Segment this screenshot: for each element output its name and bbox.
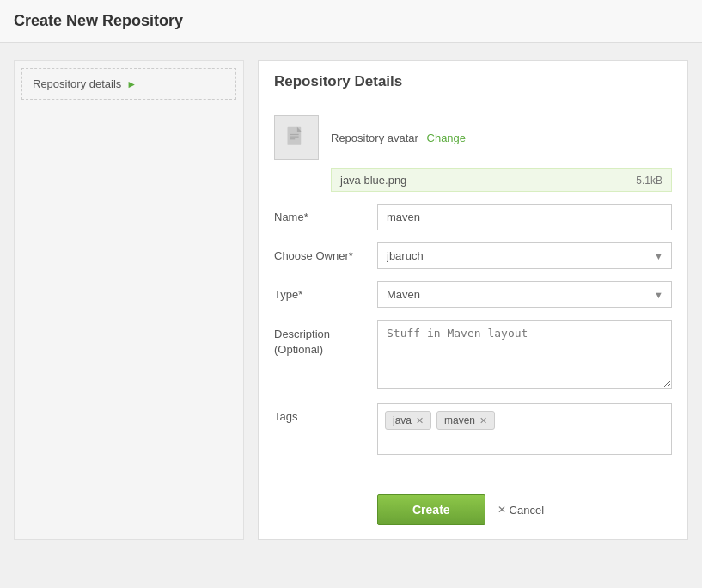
avatar-file-size: 5.1kB [636,175,662,187]
cancel-button[interactable]: ✕ Cancel [498,504,544,517]
owner-select[interactable]: jbaruch [377,242,672,269]
sidebar-item-label: Repository details [33,77,121,90]
type-select[interactable]: Maven [377,281,672,308]
type-control: Maven ▼ [377,281,672,308]
owner-label: Choose Owner* [274,242,377,262]
sidebar: Repository details ► [14,60,244,540]
cancel-label: Cancel [510,504,544,517]
section-title: Repository Details [259,61,687,101]
page-title: Create New Repository [14,12,688,30]
name-label: Name* [274,204,377,224]
tags-control: java ✕ maven ✕ [377,403,672,455]
avatar-file-name: java blue.png [340,174,406,187]
avatar-change-link[interactable]: Change [427,132,467,144]
avatar-placeholder [274,115,319,160]
tag-maven: maven ✕ [436,411,495,430]
description-row: Description (Optional) [274,320,672,391]
cancel-x-icon: ✕ [498,504,506,516]
owner-row: Choose Owner* jbaruch ▼ [274,242,672,269]
avatar-label: Repository avatar [331,132,418,144]
tag-java: java ✕ [385,411,431,430]
chevron-right-icon: ► [126,78,137,90]
description-textarea[interactable] [377,320,672,389]
sidebar-item-repository-details[interactable]: Repository details ► [21,68,236,100]
avatar-info: Repository avatar Change [331,132,466,144]
tag-maven-remove[interactable]: ✕ [479,415,487,426]
tag-java-text: java [393,414,412,426]
name-control [377,204,672,230]
tag-java-remove[interactable]: ✕ [416,415,424,426]
file-icon [284,126,308,150]
description-label: Description (Optional) [274,320,377,358]
tags-row: Tags java ✕ maven ✕ [274,403,672,455]
description-control [377,320,672,391]
buttons-row: Create ✕ Cancel [259,481,687,539]
tags-label: Tags [274,403,377,423]
page-body: Repository details ► Repository Details [0,43,702,557]
avatar-file-row: java blue.png 5.1kB [331,168,672,192]
create-button[interactable]: Create [377,494,485,525]
tags-container[interactable]: java ✕ maven ✕ [377,403,672,455]
owner-control: jbaruch ▼ [377,242,672,269]
form-body: Repository avatar Change java blue.png 5… [259,101,687,481]
name-row: Name* [274,204,672,230]
page-header: Create New Repository [0,0,702,43]
type-row: Type* Maven ▼ [274,281,672,308]
type-label: Type* [274,281,377,301]
avatar-row: Repository avatar Change [274,115,672,160]
name-input[interactable] [377,204,672,230]
tag-maven-text: maven [444,414,475,426]
main-content: Repository Details Repository avatar Cha… [258,60,688,540]
